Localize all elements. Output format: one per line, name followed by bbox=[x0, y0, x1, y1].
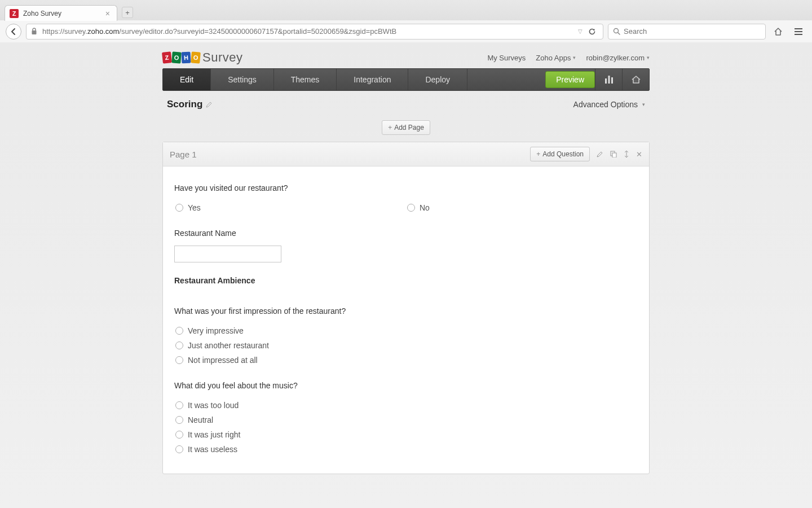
chevron-down-icon: ▾ bbox=[647, 55, 650, 60]
move-icon[interactable] bbox=[624, 150, 629, 158]
pencil-icon[interactable] bbox=[206, 101, 213, 108]
radio-icon bbox=[175, 401, 183, 409]
logo-word: Survey bbox=[202, 50, 242, 65]
svg-rect-0 bbox=[32, 30, 37, 34]
plus-icon: + bbox=[536, 150, 540, 158]
radio-option[interactable]: It was too loud bbox=[174, 398, 638, 413]
add-page-bar: + Add Page bbox=[162, 113, 650, 142]
question-text: What was your first impression of the re… bbox=[174, 306, 638, 316]
svg-rect-7 bbox=[608, 76, 610, 84]
question-text: Restaurant Name bbox=[174, 229, 638, 238]
browser-chrome: Z Zoho Survey × + https://survey.zoho.co… bbox=[0, 0, 812, 42]
link-my-surveys[interactable]: My Surveys bbox=[487, 54, 526, 62]
question-block: What did you feel about the music?It was… bbox=[174, 371, 638, 460]
tab-title: Zoho Survey bbox=[23, 10, 101, 17]
questions-list: Have you visited our restaurant?YesNoRes… bbox=[163, 167, 649, 474]
option-label: It was too loud bbox=[188, 401, 239, 410]
page-card-header: Page 1 + Add Question ✕ bbox=[163, 142, 649, 167]
page-title: Scoring bbox=[167, 99, 202, 110]
copy-icon[interactable] bbox=[610, 151, 617, 157]
zoho-favicon: Z bbox=[10, 9, 19, 18]
main-nav: Edit Settings Themes Integration Deploy … bbox=[162, 68, 650, 91]
lock-icon bbox=[31, 28, 39, 35]
chevron-down-icon: ▾ bbox=[642, 102, 645, 107]
radio-option[interactable]: Just another restaurant bbox=[174, 338, 638, 353]
delete-icon[interactable]: ✕ bbox=[636, 150, 642, 159]
radio-option[interactable]: Not impressed at all bbox=[174, 353, 638, 367]
user-menu[interactable]: robin@zylker.com▾ bbox=[586, 54, 650, 62]
svg-line-2 bbox=[618, 33, 620, 35]
add-page-button[interactable]: + Add Page bbox=[382, 120, 430, 135]
dropdown-icon[interactable]: ▽ bbox=[578, 28, 582, 34]
add-question-button[interactable]: + Add Question bbox=[530, 147, 590, 161]
option-label: It was useless bbox=[188, 445, 237, 454]
advanced-options-menu[interactable]: Advanced Options ▾ bbox=[573, 100, 645, 109]
browser-tab[interactable]: Z Zoho Survey × bbox=[5, 5, 117, 21]
home-nav-icon[interactable] bbox=[622, 69, 649, 90]
home-icon[interactable] bbox=[770, 24, 786, 40]
radio-option[interactable]: Very impressive bbox=[174, 323, 638, 338]
back-button[interactable] bbox=[6, 24, 21, 40]
browser-search[interactable] bbox=[608, 24, 766, 40]
subheader: Scoring Advanced Options ▾ bbox=[162, 91, 650, 113]
options-row: YesNo bbox=[174, 200, 638, 215]
text-input[interactable] bbox=[174, 246, 281, 262]
svg-rect-6 bbox=[605, 78, 607, 84]
question-block: Restaurant Ambience bbox=[174, 266, 638, 296]
svg-rect-8 bbox=[611, 77, 613, 84]
option-label: Not impressed at all bbox=[188, 356, 258, 365]
url-path: /survey/editor.do?surveyid=3245000000060… bbox=[119, 27, 396, 36]
page-viewport: ZOHO Survey My Surveys Zoho Apps▾ robin@… bbox=[0, 42, 812, 508]
radio-icon bbox=[175, 356, 183, 364]
radio-icon bbox=[175, 204, 183, 212]
radio-option[interactable]: Yes bbox=[174, 200, 406, 215]
radio-icon bbox=[175, 327, 183, 335]
browser-search-input[interactable] bbox=[624, 27, 761, 36]
reload-icon[interactable] bbox=[586, 28, 598, 36]
close-icon[interactable]: × bbox=[105, 9, 110, 18]
radio-option[interactable]: It was just right bbox=[174, 427, 638, 442]
nav-deploy[interactable]: Deploy bbox=[408, 69, 467, 90]
option-label: Yes bbox=[188, 203, 201, 212]
radio-option[interactable]: It was useless bbox=[174, 442, 638, 457]
pencil-icon[interactable] bbox=[597, 151, 603, 157]
search-icon bbox=[613, 28, 620, 35]
option-label: Neutral bbox=[188, 415, 213, 424]
url-text: https://survey.zoho.com/survey/editor.do… bbox=[42, 27, 575, 36]
page-card-title: Page 1 bbox=[170, 150, 197, 159]
link-zoho-apps[interactable]: Zoho Apps▾ bbox=[536, 54, 576, 62]
nav-integration[interactable]: Integration bbox=[337, 69, 408, 90]
radio-icon bbox=[175, 416, 183, 424]
option-label: It was just right bbox=[188, 430, 240, 439]
nav-settings[interactable]: Settings bbox=[211, 69, 274, 90]
zoho-survey-logo[interactable]: ZOHO Survey bbox=[162, 50, 242, 65]
question-block: Have you visited our restaurant?YesNo bbox=[174, 173, 638, 218]
app-header: ZOHO Survey My Surveys Zoho Apps▾ robin@… bbox=[162, 42, 650, 68]
question-text: What did you feel about the music? bbox=[174, 381, 638, 390]
header-links: My Surveys Zoho Apps▾ robin@zylker.com▾ bbox=[487, 54, 650, 62]
url-prefix: https://survey. bbox=[42, 27, 87, 36]
page-card-tools: + Add Question ✕ bbox=[530, 147, 642, 161]
url-bar[interactable]: https://survey.zoho.com/survey/editor.do… bbox=[26, 24, 603, 40]
url-host: zoho.com bbox=[87, 27, 119, 36]
nav-themes[interactable]: Themes bbox=[274, 69, 337, 90]
plus-icon: + bbox=[388, 124, 392, 132]
hamburger-icon[interactable] bbox=[791, 24, 806, 40]
radio-icon bbox=[175, 431, 183, 439]
radio-option[interactable]: No bbox=[406, 200, 638, 215]
preview-button[interactable]: Preview bbox=[545, 71, 595, 88]
survey-page-card: Page 1 + Add Question ✕ Have you visited… bbox=[162, 142, 650, 474]
option-label: No bbox=[420, 203, 430, 212]
section-heading: Restaurant Ambience bbox=[174, 276, 638, 285]
reports-icon[interactable] bbox=[595, 69, 622, 90]
chevron-down-icon: ▾ bbox=[573, 55, 576, 60]
question-text: Have you visited our restaurant? bbox=[174, 183, 638, 192]
nav-edit[interactable]: Edit bbox=[163, 69, 211, 90]
new-tab-button[interactable]: + bbox=[122, 7, 133, 18]
radio-icon bbox=[175, 341, 183, 349]
tab-strip: Z Zoho Survey × + bbox=[0, 0, 812, 20]
radio-option[interactable]: Neutral bbox=[174, 413, 638, 427]
radio-icon bbox=[407, 204, 415, 212]
arrow-left-icon bbox=[10, 28, 17, 36]
zoho-logo-icon: ZOHO bbox=[162, 52, 200, 63]
